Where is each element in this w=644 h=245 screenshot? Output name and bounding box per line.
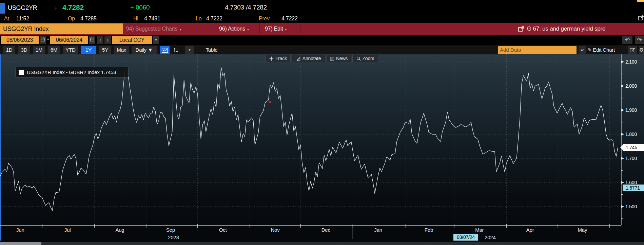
chart-settings-icon[interactable]: [628, 46, 637, 54]
menu-edit[interactable]: 97) Edit▾: [265, 23, 287, 35]
function-menu-bar: USGG2YR Index 94) Suggested Charts▾ 96) …: [0, 23, 644, 35]
at-label: At: [4, 16, 9, 22]
prev-value: 4.7222: [281, 16, 298, 22]
chart-plot-area[interactable]: [0, 54, 644, 245]
range-ytd[interactable]: YTD: [63, 46, 78, 54]
redo-icon[interactable]: ↷: [635, 36, 644, 44]
range-3d[interactable]: 3D: [18, 46, 30, 54]
legend-label: USGG2YR Index - GDBR2 Index 1.7453: [27, 69, 116, 75]
range-1y-active[interactable]: 1Y: [81, 46, 96, 54]
open-value: 4.7285: [80, 16, 97, 22]
zoom-button[interactable]: Zoom: [352, 55, 378, 62]
ticker-symbol: USGG2YR: [8, 4, 37, 12]
edit-chart-button[interactable]: ✎ Edit Chart: [587, 46, 626, 54]
currency-dropdown-caret[interactable]: ▾: [153, 36, 159, 44]
down-arrow-icon: ↓: [54, 4, 57, 11]
window-bottom-divider: [0, 242, 644, 245]
at-time: 11:52: [16, 16, 29, 22]
chevron-down-icon: ▾: [285, 28, 287, 31]
add-data-input[interactable]: [498, 46, 577, 54]
shift-forward-button[interactable]: ›: [104, 36, 111, 44]
op-label: Op: [68, 16, 75, 22]
bid-ask: 4.7303 /4.7282: [225, 4, 267, 11]
menu-divider: [300, 24, 300, 34]
pencil-icon: ✎: [587, 47, 591, 53]
legend-swatch: [19, 70, 24, 75]
prev-label: Prev: [259, 16, 270, 22]
date-to-input[interactable]: 06/06/2024: [50, 36, 88, 44]
chart-type-caret[interactable]: ▾: [185, 46, 194, 54]
popout-icon[interactable]: [638, 15, 644, 22]
annotate-button[interactable]: Annotate: [292, 55, 325, 62]
table-button[interactable]: Table: [203, 46, 220, 54]
shift-back-button[interactable]: ‹: [97, 36, 103, 44]
chevron-down-icon: ▾: [247, 28, 249, 31]
window-accent: [637, 0, 644, 2]
date-controls-row: 06/06/2023 - 06/06/2024 ‹ › Local CCY ▾ …: [0, 35, 644, 45]
ohlc-row: At 11:52 Op 4.7285 Hi 4.7491 Lo 4.7222 P…: [0, 15, 644, 23]
security-input[interactable]: USGG2YR Index: [0, 23, 123, 34]
news-button[interactable]: News: [327, 55, 351, 62]
launch-icon[interactable]: [518, 26, 524, 33]
low-value-tag: 1.5771: [623, 185, 644, 191]
bloomberg-terminal-window: USGG2YR ↓ 4.7282 +.0060 4.7303 /4.7282 A…: [0, 0, 644, 245]
line-chart-icon[interactable]: [160, 46, 170, 54]
date-from-input[interactable]: 06/06/2023: [1, 36, 39, 44]
chevron-down-icon: ▾: [180, 28, 181, 31]
track-button[interactable]: Track: [266, 55, 291, 62]
collapse-panel-button[interactable]: «: [579, 46, 586, 54]
window-bottom-divider-handle[interactable]: [0, 242, 41, 245]
last-value-tag: 1.745: [623, 144, 644, 151]
chart-legend[interactable]: USGG2YR Index - GDBR2 Index 1.7453: [15, 67, 129, 77]
range-6m[interactable]: 6M: [48, 46, 60, 54]
quote-row: USGG2YR ↓ 4.7282 +.0060 4.7303 /4.7282: [0, 0, 644, 15]
highlighted-date-tag: 03/07/24: [453, 234, 478, 241]
chart-toolbar-row: 1D 3D 1M 6M YTD 1Y 5Y Max Daily ▼ ▾ Tabl…: [0, 45, 644, 54]
period-select[interactable]: Daily ▼: [132, 46, 157, 54]
gear-icon[interactable]: ⚙: [639, 46, 644, 54]
last-price: 4.7282: [62, 3, 84, 12]
lo-label: Lo: [196, 16, 201, 22]
year-label-2024: 2024: [485, 234, 496, 240]
currency-select[interactable]: Local CCY: [112, 36, 152, 44]
hi-label: Hi: [133, 16, 138, 22]
high-value: 4.7491: [144, 16, 160, 22]
menu-divider: [259, 24, 260, 34]
year-label-2023: 2023: [168, 234, 179, 240]
calendar-icon[interactable]: [40, 36, 46, 44]
price-change: +.0060: [130, 4, 150, 11]
date-range-dash: -: [47, 36, 49, 42]
menu-divider: [214, 24, 214, 34]
security-color-key: [0, 3, 5, 14]
bars-icon[interactable]: [172, 46, 180, 54]
calendar-icon[interactable]: [89, 36, 95, 44]
range-max[interactable]: Max: [114, 46, 129, 54]
menu-suggested-charts[interactable]: 94) Suggested Charts▾: [126, 23, 181, 35]
undo-icon[interactable]: ↶: [622, 36, 632, 44]
menu-actions[interactable]: 96) Actions▾: [219, 23, 249, 35]
range-1m[interactable]: 1M: [33, 46, 45, 54]
range-5y[interactable]: 5Y: [99, 46, 111, 54]
range-1d[interactable]: 1D: [3, 46, 15, 54]
plot-left-accent: [0, 54, 1, 241]
low-value: 4.7222: [206, 16, 222, 22]
chart-tab-title: G 67: us and german yield spre: [527, 23, 605, 35]
